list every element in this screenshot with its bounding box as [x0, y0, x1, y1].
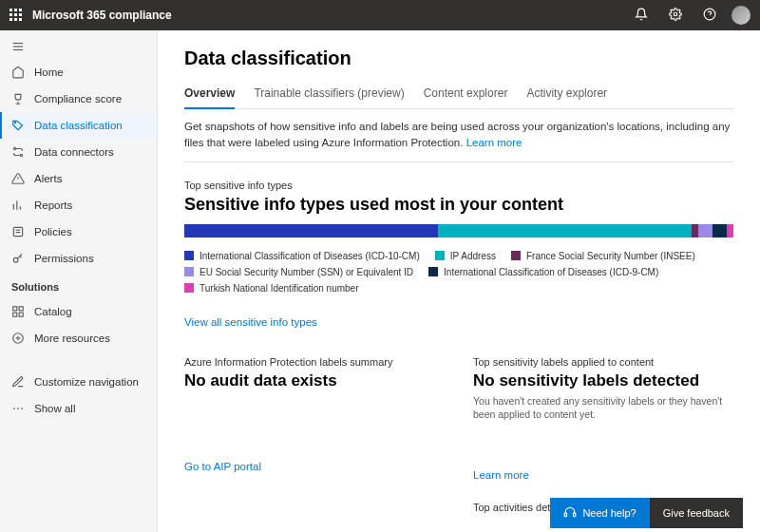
legend-label: Turkish National Identification number: [200, 283, 359, 294]
sidebar-item-label: Customize navigation: [34, 376, 139, 388]
legend-swatch: [184, 251, 194, 260]
sidebar-item-more-resources[interactable]: More resources: [0, 325, 157, 352]
sidebar-item-label: Alerts: [34, 173, 62, 184]
svg-point-6: [15, 123, 16, 124]
svg-point-25: [13, 408, 15, 409]
user-avatar[interactable]: [732, 6, 750, 25]
svg-rect-29: [574, 513, 576, 517]
bell-icon[interactable]: [629, 4, 654, 28]
legend-label: International Classification of Diseases…: [444, 267, 658, 277]
legend-label: France Social Security Number (INSEE): [526, 251, 695, 261]
sidebar-item-label: More resources: [34, 332, 110, 344]
sidebar-item-show-all[interactable]: Show all: [0, 395, 157, 422]
tab-activity-explorer[interactable]: Activity explorer: [526, 81, 607, 108]
svg-rect-20: [13, 313, 17, 316]
sidebar-item-customize-navigation[interactable]: Customize navigation: [0, 369, 157, 395]
svg-point-0: [674, 12, 677, 16]
card-label: Azure Information Protection labels summ…: [184, 356, 445, 368]
svg-point-27: [21, 408, 23, 409]
sensitivity-card: Top sensitivity labels applied to conten…: [473, 356, 733, 513]
aip-portal-link[interactable]: Go to AIP portal: [184, 461, 261, 472]
sidebar-item-data-classification[interactable]: Data classification: [0, 112, 157, 139]
connector-icon: [11, 145, 25, 159]
svg-rect-18: [13, 307, 17, 311]
sidebar-item-home[interactable]: Home: [0, 59, 157, 86]
sidebar: Home Compliance score Data classificatio…: [0, 30, 158, 532]
section-heading: Sensitive info types used most in your c…: [184, 195, 733, 215]
key-icon: [11, 252, 25, 265]
app-launcher-icon[interactable]: [10, 9, 23, 22]
give-feedback-button[interactable]: Give feedback: [650, 498, 743, 528]
view-all-types-link[interactable]: View all sensitive info types: [184, 316, 317, 328]
legend-item: International Classification of Diseases…: [184, 251, 420, 261]
sidebar-item-catalog[interactable]: Catalog: [0, 298, 157, 325]
svg-point-7: [13, 147, 15, 149]
tab-bar: OverviewTrainable classifiers (preview)C…: [184, 81, 733, 109]
sidebar-item-alerts[interactable]: Alerts: [0, 165, 157, 192]
divider: [184, 162, 733, 162]
chart-segment: [692, 224, 698, 238]
top-bar: Microsoft 365 compliance: [0, 0, 760, 30]
chart-segment: [438, 224, 692, 238]
card-label: Top sensitivity labels applied to conten…: [473, 356, 733, 368]
svg-point-26: [17, 408, 19, 409]
learn-more-link[interactable]: Learn more: [473, 469, 529, 481]
sidebar-item-policies[interactable]: Policies: [0, 218, 157, 245]
section-label: Top sensitive info types: [184, 180, 733, 191]
tab-overview[interactable]: Overview: [184, 81, 235, 109]
learn-more-link[interactable]: Learn more: [466, 137, 522, 148]
help-icon[interactable]: [697, 4, 722, 28]
sidebar-item-label: Catalog: [34, 306, 72, 317]
need-help-button[interactable]: Need help?: [550, 498, 649, 528]
sidebar-item-compliance-score[interactable]: Compliance score: [0, 86, 157, 112]
sidebar-section-solutions: Solutions: [0, 272, 157, 298]
svg-point-8: [20, 154, 22, 156]
aip-card: Azure Information Protection labels summ…: [184, 356, 445, 513]
page-description: Get snapshots of how sensitive info and …: [184, 119, 733, 152]
legend-swatch: [428, 267, 438, 276]
chart-segment: [727, 224, 733, 238]
ellipsis-icon: [11, 402, 25, 415]
legend-item: France Social Security Number (INSEE): [511, 251, 695, 261]
legend-item: Turkish National Identification number: [184, 283, 359, 294]
legend-label: EU Social Security Number (SSN) or Equiv…: [200, 267, 413, 277]
legend-item: International Classification of Diseases…: [428, 267, 658, 277]
floating-buttons: Need help? Give feedback: [550, 498, 743, 528]
sidebar-item-permissions[interactable]: Permissions: [0, 245, 157, 272]
edit-icon: [11, 375, 25, 389]
chart-icon: [11, 199, 25, 212]
headset-icon: [563, 505, 577, 521]
legend-swatch: [435, 251, 445, 260]
stacked-bar-chart: [184, 224, 733, 238]
page-title: Data classification: [184, 48, 733, 69]
legend-swatch: [184, 267, 194, 276]
svg-rect-19: [19, 307, 23, 311]
tab-content-explorer[interactable]: Content explorer: [424, 81, 508, 108]
policies-icon: [11, 225, 25, 238]
legend-label: International Classification of Diseases…: [200, 251, 420, 261]
legend-swatch: [184, 283, 194, 293]
tab-trainable-classifiers-preview-[interactable]: Trainable classifiers (preview): [254, 81, 404, 108]
card-heading: No sensitivity labels detected: [473, 371, 733, 390]
gear-icon[interactable]: [663, 4, 688, 28]
sidebar-item-label: Compliance score: [34, 93, 122, 104]
card-subtext: You haven't created any sensitivity labe…: [473, 394, 733, 422]
card-heading: No audit data exists: [184, 371, 445, 390]
trophy-icon: [11, 92, 25, 105]
sidebar-item-label: Data classification: [34, 120, 123, 131]
sidebar-item-label: Home: [34, 66, 64, 78]
legend-swatch: [511, 251, 521, 260]
svg-rect-28: [565, 513, 567, 517]
main-content: Data classification OverviewTrainable cl…: [158, 30, 760, 532]
sidebar-item-data-connectors[interactable]: Data connectors: [0, 139, 157, 165]
sidebar-item-label: Policies: [34, 226, 72, 238]
legend-item: EU Social Security Number (SSN) or Equiv…: [184, 267, 413, 277]
alert-icon: [11, 172, 25, 185]
chart-legend: International Classification of Diseases…: [184, 251, 733, 294]
svg-rect-21: [19, 313, 23, 316]
plus-circle-icon: [11, 332, 25, 345]
sidebar-item-label: Permissions: [34, 253, 94, 264]
sidebar-item-reports[interactable]: Reports: [0, 192, 157, 218]
nav-toggle-icon[interactable]: [0, 36, 157, 59]
grid-icon: [11, 305, 25, 318]
